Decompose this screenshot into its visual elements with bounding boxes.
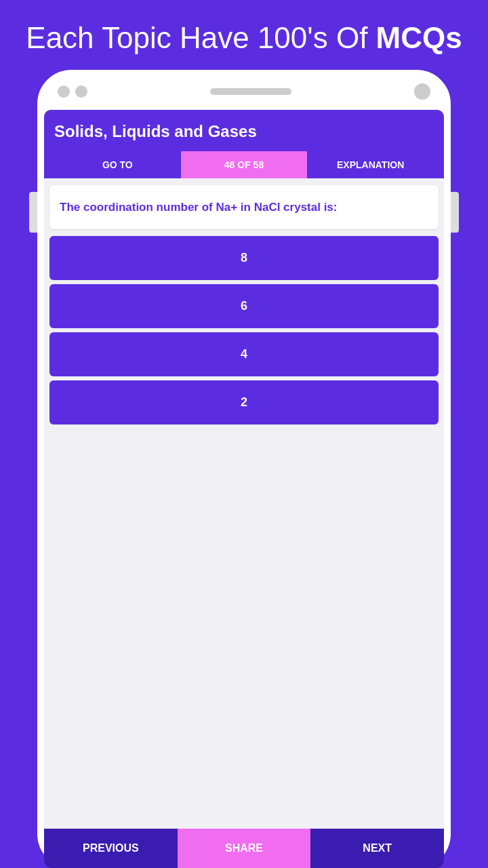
side-button-right bbox=[451, 192, 459, 233]
question-text: The coordination number of Na+ in NaCl c… bbox=[60, 199, 428, 216]
phone-sensors bbox=[58, 85, 87, 98]
sensor-circle-2 bbox=[75, 85, 87, 98]
tab-progress[interactable]: 48 OF 58 bbox=[181, 151, 308, 178]
phone-camera bbox=[414, 83, 430, 100]
bottom-nav: PREVIOUS SHARE NEXT bbox=[44, 829, 444, 868]
question-box: The coordination number of Na+ in NaCl c… bbox=[49, 185, 439, 230]
share-button[interactable]: SHARE bbox=[178, 829, 311, 868]
answer-option-1[interactable]: 8 bbox=[49, 236, 439, 280]
header-title: Each Topic Have 100's Of MCQs bbox=[12, 0, 475, 70]
answer-options: 8 6 4 2 bbox=[44, 236, 444, 431]
sensor-circle-1 bbox=[58, 85, 70, 98]
previous-button[interactable]: PREVIOUS bbox=[44, 829, 178, 868]
topic-header: Solids, Liquids and Gases GO TO 48 OF 58… bbox=[44, 110, 444, 178]
phone-speaker bbox=[210, 88, 291, 95]
tab-explanation[interactable]: EXPLANATION bbox=[307, 151, 434, 178]
next-button[interactable]: NEXT bbox=[310, 829, 444, 868]
answer-option-3[interactable]: 4 bbox=[49, 332, 439, 376]
phone-mockup: Solids, Liquids and Gases GO TO 48 OF 58… bbox=[37, 70, 451, 868]
tab-goto[interactable]: GO TO bbox=[54, 151, 181, 178]
tab-bar: GO TO 48 OF 58 EXPLANATION bbox=[54, 151, 434, 178]
phone-top-bar bbox=[44, 83, 444, 100]
answer-option-2[interactable]: 6 bbox=[49, 284, 439, 328]
app-content: Solids, Liquids and Gases GO TO 48 OF 58… bbox=[44, 110, 444, 868]
side-button-left bbox=[29, 192, 37, 233]
answer-option-4[interactable]: 2 bbox=[49, 380, 439, 425]
topic-title: Solids, Liquids and Gases bbox=[54, 122, 434, 151]
